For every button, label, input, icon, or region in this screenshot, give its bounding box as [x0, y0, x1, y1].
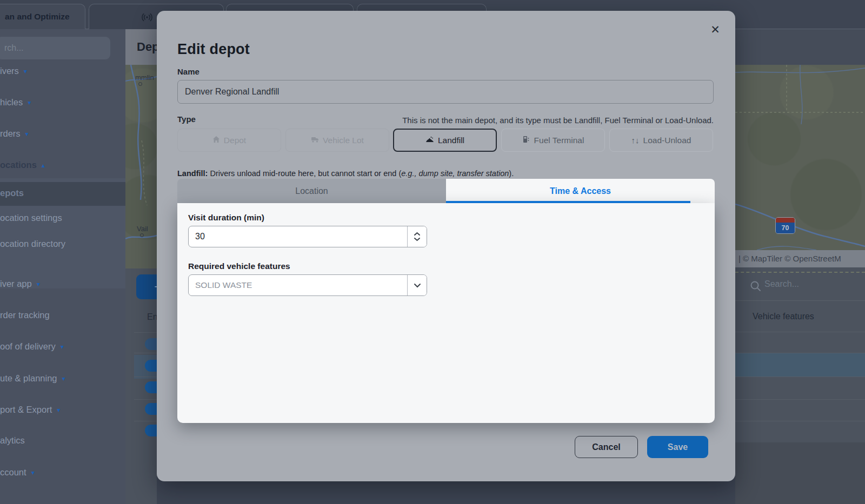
vehicle-features-select[interactable]: SOLID WASTE [188, 274, 427, 296]
truck-icon [311, 136, 319, 145]
chevron-up-icon [414, 232, 421, 236]
broadcast-icon [141, 11, 153, 25]
type-option-vehicle-lot[interactable]: Vehicle Lot [285, 129, 389, 152]
enabled-toggle[interactable] [145, 360, 157, 372]
app-root: an and Optimize ivers▾ hicles▾ rders▾ oc… [0, 0, 865, 504]
table-row[interactable] [735, 421, 865, 421]
vehicle-features-column-header: Vehicle features [753, 312, 814, 321]
sidebar-item-route-planning[interactable]: ute & planning▾ [0, 373, 124, 384]
tab-time-access[interactable]: Time & Access [446, 179, 715, 203]
divider [134, 353, 157, 353]
chevron-down-icon: ▾ [57, 406, 60, 414]
sidebar-item-import-export[interactable]: port & Export▾ [0, 405, 124, 415]
page-header-band: Dep [125, 29, 157, 65]
name-input[interactable] [177, 80, 714, 104]
type-option-landfill[interactable]: Landfill [393, 129, 497, 152]
table-search-input[interactable] [764, 279, 856, 289]
sidebar-item-vehicles[interactable]: hicles▾ [0, 97, 124, 107]
features-header-row: Vehicle features [735, 303, 865, 332]
type-option-load-unload[interactable]: ↑↓ Load-Unload [609, 129, 713, 152]
enabled-column-header: En [147, 312, 157, 322]
table-row[interactable] [735, 399, 865, 400]
depot-map[interactable]: mmlin Vail [125, 65, 157, 268]
chevron-down-icon [414, 283, 421, 288]
tab-plan-label: an and Optimize [5, 12, 70, 22]
chevron-up-icon: ▴ [42, 162, 45, 169]
enabled-toggle[interactable] [145, 403, 157, 415]
table-row[interactable] [735, 377, 865, 377]
chevron-down-icon: ▾ [61, 343, 64, 351]
sidebar-item-account[interactable]: ccount▾ [0, 467, 124, 478]
sidebar-item-drivers[interactable]: ivers▾ [0, 66, 124, 76]
chevron-down-icon: ▾ [25, 130, 29, 138]
visit-duration-input[interactable] [189, 226, 407, 247]
features-table-background: 70 | © MapTiler © OpenStreetM Vehicle fe… [735, 29, 865, 504]
sidebar-item-locations[interactable]: ocations▴ [0, 160, 124, 170]
depot-list-background: Dep mmlin Vail + En [125, 29, 157, 504]
sidebar-item-depots[interactable]: epots [0, 188, 124, 198]
landfill-help-text: Landfill: Drivers unload mid-route here,… [177, 169, 514, 178]
map-attribution: | © MapTiler © OpenStreetM [735, 250, 865, 267]
chevron-down-icon: ▾ [28, 99, 31, 106]
vehicle-features-value: SOLID WASTE [189, 275, 407, 295]
map-town-marker [138, 82, 142, 86]
visit-duration-field [188, 226, 427, 247]
vehicle-features-label: Required vehicle features [188, 261, 290, 271]
visit-duration-label: Visit duration (min) [188, 213, 264, 223]
select-dropdown-button[interactable] [407, 275, 427, 295]
type-option-depot[interactable]: Depot [177, 129, 281, 152]
modal-tab-bar: Location Time & Access [177, 179, 715, 203]
sidebar-item-order-tracking[interactable]: rder tracking [0, 310, 124, 320]
enabled-toggle[interactable] [145, 425, 157, 436]
chevron-down-icon: ▾ [62, 375, 65, 382]
sidebar-item-driver-app[interactable]: iver app▾ [0, 279, 124, 289]
up-down-arrows-icon: ↑↓ [631, 136, 640, 145]
close-icon[interactable]: ✕ [707, 22, 723, 38]
map-town-label: mmlin [135, 73, 154, 82]
sidebar-item-location-settings[interactable]: ocation settings [0, 213, 124, 223]
sidebar-item-orders[interactable]: rders▾ [0, 129, 124, 139]
table-search-row [735, 273, 865, 301]
divider [134, 332, 157, 333]
page-title: Dep [137, 40, 157, 54]
map-town-label: Vail [137, 225, 148, 233]
fuel-pump-icon [522, 136, 530, 145]
time-access-panel: Visit duration (min) Required vehicle fe… [177, 203, 715, 423]
cancel-button[interactable]: Cancel [575, 436, 638, 458]
type-label: Type [177, 115, 196, 124]
add-depot-button[interactable]: + [136, 274, 157, 299]
sidebar-item-analytics[interactable]: alytics [0, 435, 124, 446]
enabled-toggle[interactable] [145, 338, 157, 350]
divider [134, 421, 157, 421]
chevron-down-icon [414, 237, 421, 241]
edit-depot-modal: ✕ Edit depot Name Type This is not the m… [157, 11, 735, 481]
divider [134, 377, 157, 377]
chevron-down-icon: ▾ [31, 469, 35, 476]
enabled-toggle[interactable] [145, 381, 157, 393]
table-end-area [735, 442, 865, 504]
interstate-70-shield: 70 [775, 217, 795, 234]
page-header-band [735, 29, 865, 65]
selected-row-highlight [735, 353, 865, 377]
depot-map[interactable]: 70 [735, 65, 865, 250]
landfill-mound-icon [425, 136, 434, 145]
home-icon [212, 136, 220, 145]
type-option-fuel-terminal[interactable]: Fuel Terminal [501, 129, 605, 152]
number-stepper[interactable] [407, 226, 427, 247]
modal-title: Edit depot [177, 41, 250, 58]
type-constraint-note: This is not the main depot, and its type… [402, 116, 714, 125]
chevron-down-icon: ▾ [37, 280, 40, 288]
divider [134, 399, 157, 400]
shield-number: 70 [776, 223, 795, 234]
sidebar-item-location-directory[interactable]: ocation directory [0, 239, 124, 249]
name-label: Name [177, 67, 199, 76]
save-button[interactable]: Save [647, 436, 708, 458]
sidebar-search-input[interactable] [0, 37, 110, 59]
sidebar-item-proof-of-delivery[interactable]: oof of delivery▾ [0, 341, 124, 352]
shield-red-band [776, 218, 795, 223]
tab-plan-and-optimize[interactable]: an and Optimize [0, 4, 85, 29]
map-town-marker [140, 233, 144, 237]
tab-location[interactable]: Location [177, 179, 446, 203]
search-icon [749, 280, 762, 295]
table-row[interactable] [735, 353, 865, 353]
